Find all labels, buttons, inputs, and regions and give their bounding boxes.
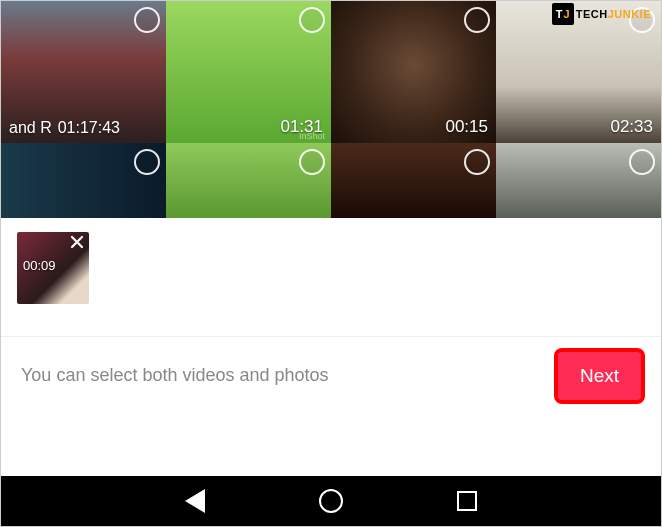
bottom-toolbar: You can select both videos and photos Ne… <box>1 336 661 414</box>
select-circle-icon[interactable] <box>464 7 490 33</box>
select-circle-icon[interactable] <box>629 149 655 175</box>
back-icon[interactable] <box>182 488 208 514</box>
close-icon[interactable] <box>68 235 86 253</box>
duration-label: 00:15 <box>445 117 488 137</box>
video-thumbnail[interactable] <box>166 143 331 218</box>
inshot-badge: InShot <box>299 131 325 141</box>
select-circle-icon[interactable] <box>134 7 160 33</box>
video-gallery: and R01:17:43 01:31 InShot 00:15 02:33 <box>1 1 661 218</box>
select-circle-icon[interactable] <box>464 149 490 175</box>
selected-tray: 00:09 <box>1 218 661 336</box>
select-circle-icon[interactable] <box>299 7 325 33</box>
home-icon[interactable] <box>318 488 344 514</box>
duration-label: 02:33 <box>610 117 653 137</box>
next-button[interactable]: Next <box>558 352 641 400</box>
duration-label: and R01:17:43 <box>9 119 120 137</box>
video-thumbnail[interactable] <box>331 143 496 218</box>
android-nav-bar <box>1 476 661 526</box>
recents-icon[interactable] <box>454 488 480 514</box>
watermark-logo <box>552 3 574 25</box>
video-thumbnail[interactable]: 01:31 InShot <box>166 1 331 143</box>
select-circle-icon[interactable] <box>134 149 160 175</box>
select-circle-icon[interactable] <box>299 149 325 175</box>
selected-thumbnail[interactable]: 00:09 <box>17 232 89 304</box>
video-thumbnail[interactable] <box>1 143 166 218</box>
hint-text: You can select both videos and photos <box>21 365 329 386</box>
video-thumbnail[interactable] <box>496 143 661 218</box>
video-thumbnail[interactable]: 00:15 <box>331 1 496 143</box>
watermark: TECHJUNKIE <box>552 3 651 25</box>
selected-duration: 00:09 <box>23 258 56 273</box>
watermark-text: TECHJUNKIE <box>576 8 651 20</box>
video-thumbnail[interactable]: and R01:17:43 <box>1 1 166 143</box>
